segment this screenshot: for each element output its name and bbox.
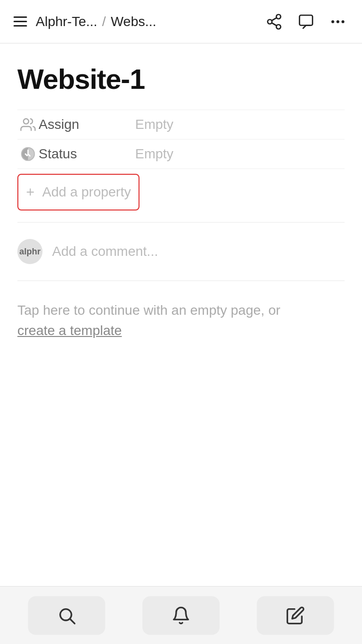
empty-page-text[interactable]: Tap here to continue with an empty page,…	[17, 300, 345, 341]
plus-icon: +	[26, 185, 35, 199]
assign-label: Assign	[39, 117, 135, 132]
breadcrumb-workspace[interactable]: Alphr-Te...	[36, 14, 97, 29]
svg-rect-0	[300, 15, 313, 25]
empty-page-section: Tap here to continue with an empty page,…	[17, 295, 345, 346]
bottom-nav	[0, 586, 362, 644]
divider-2	[17, 280, 345, 281]
header-actions	[264, 11, 348, 32]
svg-point-4	[24, 119, 29, 124]
menu-button[interactable]	[14, 16, 27, 27]
share-button[interactable]	[264, 11, 285, 32]
status-icon	[17, 146, 39, 162]
edit-icon	[286, 606, 305, 625]
svg-point-1	[332, 20, 334, 23]
main-content: Website-1 Assign Empty	[0, 43, 362, 586]
svg-point-3	[342, 20, 345, 23]
empty-page-description: Tap here to continue with an empty page,…	[17, 303, 280, 318]
edit-button[interactable]	[257, 596, 334, 635]
header-left: Alphr-Te... / Webs...	[14, 14, 264, 29]
breadcrumb-page[interactable]: Webs...	[111, 14, 156, 29]
more-button[interactable]	[327, 11, 348, 32]
add-property-button[interactable]: + Add a property	[17, 174, 139, 210]
breadcrumb: Alphr-Te... / Webs...	[36, 14, 156, 29]
person-icon	[17, 117, 39, 132]
svg-point-2	[336, 20, 339, 23]
assign-value: Empty	[135, 117, 173, 132]
add-comment-row[interactable]: alphr Add a comment...	[17, 234, 345, 269]
add-property-label: Add a property	[42, 184, 131, 200]
search-icon	[57, 606, 76, 625]
search-button[interactable]	[28, 596, 105, 635]
svg-line-8	[70, 619, 75, 623]
properties-list: Assign Empty Status Empty	[17, 110, 345, 169]
status-label: Status	[39, 146, 135, 162]
page-title[interactable]: Website-1	[17, 63, 345, 95]
comment-placeholder[interactable]: Add a comment...	[52, 244, 158, 259]
avatar-text: alphr	[19, 247, 41, 257]
create-template-link[interactable]: create a template	[17, 323, 122, 338]
avatar: alphr	[17, 239, 42, 264]
status-property-row[interactable]: Status Empty	[17, 140, 345, 169]
status-value: Empty	[135, 146, 173, 162]
divider-1	[17, 222, 345, 223]
comment-button[interactable]	[295, 11, 317, 32]
assign-property-row[interactable]: Assign Empty	[17, 110, 345, 140]
bell-icon	[171, 606, 191, 625]
notifications-button[interactable]	[142, 596, 220, 635]
breadcrumb-separator: /	[102, 14, 106, 29]
app-header: Alphr-Te... / Webs...	[0, 0, 362, 43]
